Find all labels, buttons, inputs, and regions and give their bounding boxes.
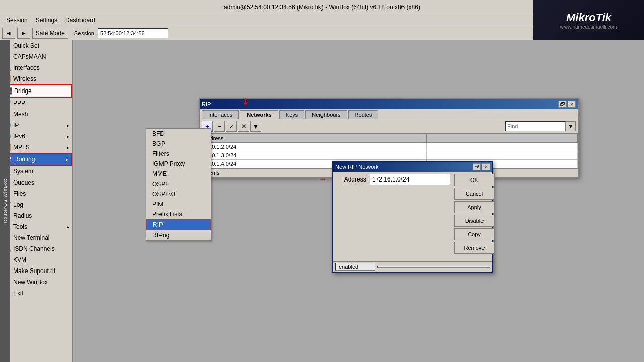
tab-interfaces[interactable]: Interfaces <box>202 110 239 119</box>
forward-button[interactable]: ► <box>17 28 30 39</box>
find-icon: ▼ <box>566 121 576 131</box>
sidebar-item-new-terminal[interactable]: 🖥 New Terminal <box>0 232 72 243</box>
copy-button[interactable]: Copy <box>454 228 495 240</box>
menu-session[interactable]: Session <box>2 16 32 25</box>
submenu-ospfv3[interactable]: OSPFv3 <box>146 189 211 199</box>
new-rip-title: New RIP Network <box>335 164 379 170</box>
rip-check-button[interactable]: ✓ <box>226 121 237 132</box>
rip-restore-button[interactable]: 🗗 <box>558 101 567 108</box>
new-rip-titlebar: New RIP Network 🗗 ✕ <box>333 162 492 172</box>
sidebar-item-bridge[interactable]: 🌉 Bridge <box>0 84 72 98</box>
row2-address: ▶ 10.1.3.0/24 <box>200 151 427 160</box>
col-address: Address <box>200 134 427 143</box>
sidebar-item-ip[interactable]: 🌐 IP ▸ <box>0 120 72 131</box>
row1-col2 <box>427 143 578 151</box>
rip-title: RIP <box>202 101 211 107</box>
annotation-arrow: → <box>319 175 327 184</box>
dialog-buttons: OK Cancel Apply Disable Copy Remove <box>454 174 495 259</box>
new-rip-titlebar-buttons: 🗗 ✕ <box>473 163 490 170</box>
rip-find-area: ▼ <box>505 121 576 131</box>
menu-settings[interactable]: Settings <box>32 16 61 25</box>
sidebar-item-interfaces[interactable]: 🔌 Interfaces <box>0 62 72 73</box>
rip-filter-button[interactable]: ▼ <box>250 121 261 132</box>
sidebar-item-files[interactable]: 📁 Files <box>0 188 72 199</box>
address-label: Address: <box>335 176 368 183</box>
rip-toolbar: + − ✓ ✕ ▼ ▼ <box>200 119 578 134</box>
back-button[interactable]: ◄ <box>2 28 15 39</box>
status-enabled: enabled <box>335 263 375 271</box>
rip-remove-button[interactable]: − <box>214 121 225 132</box>
submenu-prefix-lists[interactable]: Prefix Lists <box>146 209 211 219</box>
ip-submenu-indicator: ▸ <box>67 123 69 128</box>
dialog-spacer <box>335 189 450 259</box>
ok-button[interactable]: OK <box>454 174 495 186</box>
rip-titlebar: RIP 🗗 ✕ <box>200 99 578 109</box>
sidebar-item-ipv6[interactable]: 🌐 IPv6 ▸ <box>0 131 72 142</box>
mikrotik-logo: MikroTik www.hamedesmaelli.com <box>533 0 644 40</box>
session-label: Session: <box>74 30 96 36</box>
dialog-status-bar: enabled <box>333 261 492 272</box>
submenu-rip[interactable]: RIP <box>146 219 211 230</box>
dialog-main-area: → Address: OK Cancel Apply Disable Copy … <box>333 172 492 261</box>
submenu-mme[interactable]: MME <box>146 169 211 179</box>
sidebar-item-tools[interactable]: 🔧 Tools ▸ <box>0 221 72 232</box>
os-label: RouterOS WinBox <box>0 40 10 362</box>
sidebar-item-radius[interactable]: 📡 Radius <box>0 210 72 221</box>
sidebar-item-routing[interactable]: 🗺 Routing ▸ <box>0 153 72 166</box>
sidebar-item-mpls[interactable]: 🔀 MPLS ▸ <box>0 142 72 153</box>
col-empty <box>427 134 578 143</box>
disable-button[interactable]: Disable <box>454 215 495 227</box>
new-rip-restore-button[interactable]: 🗗 <box>473 163 481 170</box>
table-row: ▶ 10.1.3.0/24 <box>200 151 578 160</box>
row2-col2 <box>427 151 578 160</box>
sidebar-item-quick-set[interactable]: ⚙ Quick Set <box>0 40 72 51</box>
new-rip-dialog: New RIP Network 🗗 ✕ → Address: <box>332 161 493 273</box>
submenu-filters[interactable]: Filters <box>146 149 211 159</box>
apply-button[interactable]: Apply <box>454 201 495 213</box>
address-input[interactable] <box>370 174 450 185</box>
tab-keys[interactable]: Keys <box>279 110 304 119</box>
title-bar: admin@52:54:00:12:34:56 (MikroTik) - Win… <box>0 0 644 14</box>
submenu-bgp[interactable]: BGP <box>146 139 211 149</box>
safe-mode-button[interactable]: Safe Mode <box>32 28 68 39</box>
content-area: BFD BGP Filters IGMP Proxy MME OSPF OSPF… <box>73 40 644 362</box>
rip-titlebar-buttons: 🗗 ✕ <box>558 101 576 108</box>
sidebar-item-exit[interactable]: 🚪 Exit <box>0 288 72 299</box>
tab-neighbours[interactable]: Neighbours <box>305 110 347 119</box>
remove-button[interactable]: Remove <box>454 242 495 254</box>
routing-submenu-indicator: ▸ <box>66 157 68 162</box>
sidebar-item-log[interactable]: 📝 Log <box>0 199 72 210</box>
sidebar-item-ppp[interactable]: 🔗 PPP <box>0 98 72 109</box>
sidebar-item-system[interactable]: 💻 System <box>0 166 72 177</box>
sidebar-item-capsman[interactable]: 📡 CAPsMAAN <box>0 51 72 62</box>
routing-submenu: BFD BGP Filters IGMP Proxy MME OSPF OSPF… <box>146 128 211 241</box>
sidebar-item-new-winbox[interactable]: 🗔 New WinBox <box>0 277 72 288</box>
cancel-button[interactable]: Cancel <box>454 188 495 200</box>
tools-submenu-indicator: ▸ <box>67 224 69 230</box>
dialog-form-area: → Address: <box>335 174 450 259</box>
sidebar-item-queues[interactable]: 📋 Queues <box>0 177 72 188</box>
sidebar-item-isdn[interactable]: 📞 ISDN Channels <box>0 243 72 254</box>
new-rip-close-button[interactable]: ✕ <box>482 163 490 170</box>
logo-name: MikroTik <box>566 11 611 24</box>
submenu-ripng[interactable]: RIPng <box>146 230 211 240</box>
rip-find-input[interactable] <box>505 121 566 131</box>
sidebar-item-mesh[interactable]: 🕸 Mesh <box>0 109 72 120</box>
submenu-bfd[interactable]: BFD <box>146 129 211 139</box>
submenu-ospf[interactable]: OSPF <box>146 179 211 189</box>
submenu-igmp-proxy[interactable]: IGMP Proxy <box>146 159 211 169</box>
rip-x-button[interactable]: ✕ <box>238 121 249 132</box>
sidebar: ⚙ Quick Set 📡 CAPsMAAN 🔌 Interfaces 📶 Wi… <box>0 40 73 362</box>
submenu-pim[interactable]: PIM <box>146 199 211 209</box>
title-text: admin@52:54:00:12:34:56 (MikroTik) - Win… <box>224 4 420 11</box>
tab-networks[interactable]: Networks <box>240 110 278 119</box>
sidebar-item-kvm[interactable]: 🖥 KVM <box>0 254 72 265</box>
table-row: ▶ 10.1.2.0/24 <box>200 143 578 151</box>
tab-routes[interactable]: Routes <box>348 110 379 119</box>
sidebar-item-wireless[interactable]: 📶 Wireless <box>0 73 72 84</box>
rip-close-button[interactable]: ✕ <box>568 101 576 108</box>
rip-tab-bar: Interfaces Networks Keys Neighbours Rout… <box>200 109 578 119</box>
status-right <box>377 266 490 268</box>
menu-dashboard[interactable]: Dashboard <box>61 16 99 25</box>
sidebar-item-make-supout[interactable]: 📄 Make Supout.rif <box>0 265 72 277</box>
